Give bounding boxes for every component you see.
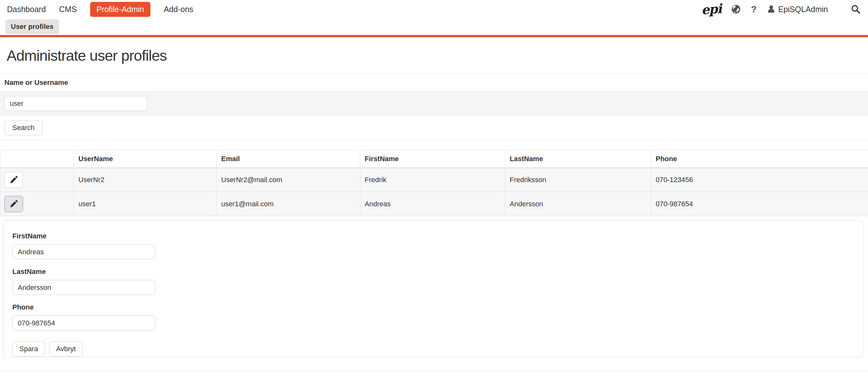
username-label: EpiSQLAdmin bbox=[778, 5, 828, 14]
pencil-icon bbox=[10, 200, 18, 208]
accent-divider bbox=[0, 35, 868, 37]
user-menu[interactable]: EpiSQLAdmin bbox=[767, 5, 828, 14]
search-button-row: Search bbox=[0, 115, 868, 140]
globe-icon[interactable] bbox=[731, 4, 741, 14]
user-icon bbox=[767, 5, 776, 14]
lastname-field-group: LastName bbox=[12, 268, 855, 295]
cell-lastname: Fredriksson bbox=[505, 168, 651, 192]
lastname-input[interactable] bbox=[12, 280, 155, 295]
bottom-divider bbox=[0, 371, 868, 371]
cell-firstname: Fredrik bbox=[360, 168, 505, 192]
search-field-label: Name or Username bbox=[4, 79, 68, 87]
lastname-label: LastName bbox=[12, 268, 855, 276]
header-username: UserName bbox=[74, 150, 217, 168]
sub-navigation: User profiles bbox=[0, 19, 868, 35]
header-firstname: FirstName bbox=[360, 150, 505, 168]
search-input[interactable] bbox=[4, 96, 147, 111]
epi-logo: epi bbox=[701, 2, 721, 16]
cell-firstname: Andreas bbox=[360, 192, 505, 216]
search-form-section: Name or Username Search bbox=[0, 74, 868, 140]
cell-phone: 070-123456 bbox=[651, 168, 868, 192]
phone-label: Phone bbox=[12, 303, 855, 311]
edit-row-button[interactable] bbox=[4, 172, 23, 188]
header-email: Email bbox=[217, 150, 360, 168]
nav-item-cms[interactable]: CMS bbox=[59, 5, 77, 14]
user-profiles-table: UserName Email FirstName LastName Phone … bbox=[0, 150, 868, 216]
search-button[interactable]: Search bbox=[4, 120, 42, 135]
edit-row-button-active[interactable] bbox=[4, 196, 23, 212]
tab-user-profiles[interactable]: User profiles bbox=[5, 19, 59, 34]
cell-phone: 070-987654 bbox=[651, 192, 868, 216]
cell-email: UserNr2@mail.com bbox=[217, 168, 360, 192]
cell-lastname: Andersson bbox=[505, 192, 651, 216]
help-icon[interactable]: ? bbox=[751, 4, 756, 15]
edit-user-panel: FirstName LastName Phone Spara Avbryt bbox=[3, 220, 864, 357]
nav-item-add-ons[interactable]: Add-ons bbox=[164, 5, 193, 14]
cancel-button[interactable]: Avbryt bbox=[49, 341, 83, 357]
top-navigation-bar: Dashboard CMS Profile-Admin Add-ons epi … bbox=[0, 0, 868, 19]
nav-item-dashboard[interactable]: Dashboard bbox=[7, 5, 46, 14]
phone-field-group: Phone bbox=[12, 303, 855, 331]
firstname-field-group: FirstName bbox=[12, 232, 855, 259]
header-phone: Phone bbox=[651, 150, 868, 168]
firstname-input[interactable] bbox=[12, 244, 155, 259]
cell-username: user1 bbox=[74, 192, 217, 216]
pencil-icon bbox=[10, 176, 18, 184]
main-nav: Dashboard CMS Profile-Admin Add-ons bbox=[7, 2, 193, 17]
table-header-row: UserName Email FirstName LastName Phone bbox=[0, 150, 868, 168]
phone-input[interactable] bbox=[12, 315, 155, 331]
edit-panel-buttons: Spara Avbryt bbox=[12, 341, 855, 357]
search-icon[interactable] bbox=[851, 4, 860, 14]
cell-username: UserNr2 bbox=[74, 168, 217, 192]
header-edit-column bbox=[0, 150, 74, 168]
nav-item-profile-admin[interactable]: Profile-Admin bbox=[90, 2, 150, 17]
table-row: UserNr2 UserNr2@mail.com Fredrik Fredrik… bbox=[0, 168, 868, 192]
search-input-row bbox=[0, 91, 868, 115]
search-label-row: Name or Username bbox=[0, 74, 868, 91]
cell-email: user1@mail.com bbox=[217, 192, 360, 216]
top-right-actions: epi ? EpiSQLAdmin bbox=[702, 3, 860, 16]
header-lastname: LastName bbox=[505, 150, 651, 168]
firstname-label: FirstName bbox=[12, 232, 855, 240]
table-row: user1 user1@mail.com Andreas Andersson 0… bbox=[0, 192, 868, 216]
save-button[interactable]: Spara bbox=[12, 341, 45, 357]
page-title: Administrate user profiles bbox=[0, 37, 868, 74]
